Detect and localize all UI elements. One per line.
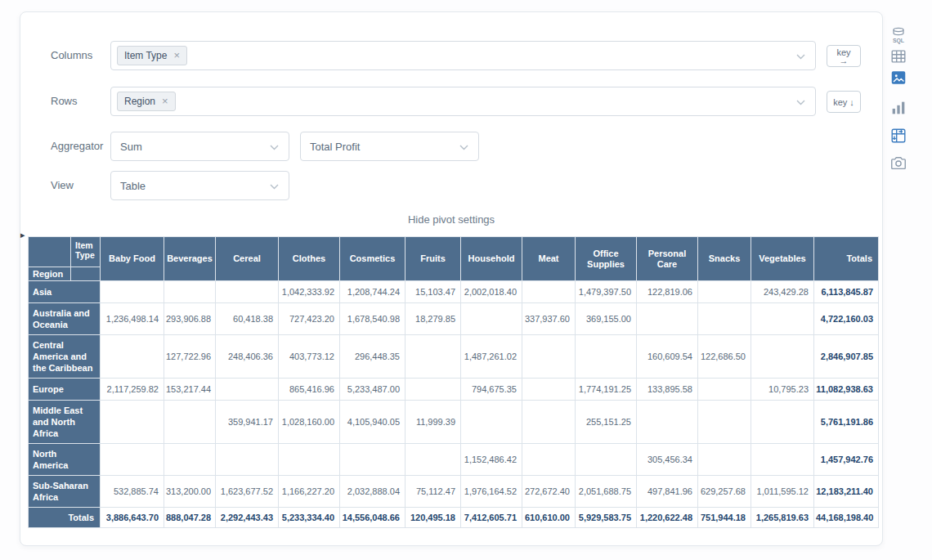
columns-control-row: Columns Item Type × key → xyxy=(20,41,882,70)
data-cell: 794,675.35 xyxy=(461,379,522,401)
column-total-cell: 751,944.18 xyxy=(698,508,751,528)
data-cell xyxy=(164,401,216,444)
sql-icon[interactable]: SQL xyxy=(889,26,907,44)
data-cell: 1,678,540.98 xyxy=(340,303,406,335)
data-cell: 272,672.40 xyxy=(522,476,576,508)
data-cell: 10,795.23 xyxy=(751,379,814,401)
hide-pivot-settings-link[interactable]: Hide pivot settings xyxy=(20,213,882,226)
data-cell: 75,112.47 xyxy=(406,476,461,508)
data-cell: 1,011,595.12 xyxy=(751,476,814,508)
data-cell xyxy=(637,401,698,444)
column-header: Cosmetics xyxy=(340,237,406,281)
data-cell: 60,418.38 xyxy=(216,303,279,335)
data-cell xyxy=(698,281,751,303)
data-cell: 1,042,333.92 xyxy=(279,281,340,303)
data-cell xyxy=(576,444,637,476)
bar-chart-icon[interactable] xyxy=(889,99,907,117)
chevron-down-icon xyxy=(270,145,279,150)
column-header: Cereal xyxy=(216,237,279,281)
column-header: Meat xyxy=(522,237,576,281)
pivot-icon[interactable] xyxy=(889,127,907,145)
rows-tag-label: Region xyxy=(124,96,155,107)
right-arrow-icon: → xyxy=(840,56,849,65)
row-total-cell: 12,183,211.40 xyxy=(814,476,879,508)
image-chart-icon[interactable] xyxy=(889,69,907,87)
columns-tag: Item Type × xyxy=(117,46,187,65)
chevron-down-icon xyxy=(270,184,279,190)
data-cell: 1,166,227.20 xyxy=(279,476,340,508)
data-cell: 629,257.68 xyxy=(698,476,751,508)
column-header: Beverages xyxy=(164,237,216,281)
data-cell xyxy=(522,335,576,379)
data-cell xyxy=(216,444,279,476)
data-cell: 1,774,191.25 xyxy=(576,379,637,401)
camera-icon[interactable] xyxy=(889,154,907,172)
chevron-down-icon xyxy=(796,100,805,105)
column-total-cell: 120,495.18 xyxy=(406,508,461,528)
columns-tag-remove-icon[interactable]: × xyxy=(173,52,180,60)
data-cell xyxy=(698,401,751,444)
data-cell: 337,937.60 xyxy=(522,303,576,335)
data-cell xyxy=(698,303,751,335)
column-header: Vegetables xyxy=(751,237,814,281)
data-cell xyxy=(101,444,164,476)
data-cell: 313,200.00 xyxy=(164,476,216,508)
rows-label: Rows xyxy=(51,87,78,116)
data-cell xyxy=(698,379,751,401)
data-cell xyxy=(637,303,698,335)
pivot-row: Asia1,042,333.921,208,744.2415,103.472,0… xyxy=(29,281,879,303)
row-total-cell: 11,082,938.63 xyxy=(814,379,879,401)
rows-tag-remove-icon[interactable]: × xyxy=(162,97,168,105)
view-select[interactable]: Table xyxy=(110,171,289,200)
grand-total-cell: 44,168,198.40 xyxy=(814,508,879,528)
column-header: Clothes xyxy=(279,237,340,281)
data-cell xyxy=(406,335,461,379)
row-header: Middle East and North Africa xyxy=(29,401,101,444)
data-cell xyxy=(164,281,216,303)
chevron-down-icon xyxy=(796,54,805,60)
data-cell: 122,686.50 xyxy=(698,335,751,379)
data-cell: 153,217.44 xyxy=(164,379,216,401)
data-cell: 1,152,486.42 xyxy=(461,444,522,476)
row-header: Asia xyxy=(29,281,101,303)
data-cell xyxy=(216,379,279,401)
data-cell: 2,051,688.75 xyxy=(576,476,637,508)
data-cell xyxy=(576,335,637,379)
aggregator-field-value: Total Profit xyxy=(310,141,360,153)
data-cell: 1,236,498.14 xyxy=(101,303,164,335)
aggregator-field-select[interactable]: Total Profit xyxy=(300,132,479,161)
table-icon[interactable] xyxy=(889,47,907,65)
column-total-cell: 1,265,819.63 xyxy=(751,508,814,528)
rows-select[interactable]: Region × xyxy=(110,87,816,116)
corner-blank-cell xyxy=(71,267,101,281)
row-total-cell: 4,722,160.03 xyxy=(814,303,879,335)
rows-tag: Region × xyxy=(117,92,176,111)
collapse-handle-icon[interactable]: ▸ xyxy=(20,230,25,240)
data-cell: 305,456.34 xyxy=(637,444,698,476)
corner-cell xyxy=(29,237,71,267)
columns-key-button[interactable]: key → xyxy=(827,45,861,67)
column-total-cell: 3,886,643.70 xyxy=(101,508,164,528)
data-cell xyxy=(340,444,406,476)
pivot-row: Sub-Saharan Africa532,885.74313,200.001,… xyxy=(29,476,879,508)
data-cell xyxy=(522,379,576,401)
data-cell: 5,233,487.00 xyxy=(340,379,406,401)
row-total-cell: 1,457,942.76 xyxy=(814,444,879,476)
data-cell: 865,416.96 xyxy=(279,379,340,401)
data-cell: 2,002,018.40 xyxy=(461,281,522,303)
aggregator-select[interactable]: Sum xyxy=(110,132,289,161)
totals-row-header: Totals xyxy=(29,508,101,528)
data-cell xyxy=(698,444,751,476)
data-cell xyxy=(751,303,814,335)
data-cell xyxy=(279,444,340,476)
data-cell: 369,155.00 xyxy=(576,303,637,335)
data-cell: 296,448.35 xyxy=(340,335,406,379)
view-label: View xyxy=(51,171,74,200)
aggregator-label: Aggregator xyxy=(51,132,103,161)
data-cell: 532,885.74 xyxy=(101,476,164,508)
columns-select[interactable]: Item Type × xyxy=(110,41,816,70)
rows-key-button[interactable]: key ↓ xyxy=(827,91,861,113)
data-cell: 497,841.96 xyxy=(637,476,698,508)
column-total-cell: 888,047.28 xyxy=(164,508,216,528)
data-cell xyxy=(461,401,522,444)
